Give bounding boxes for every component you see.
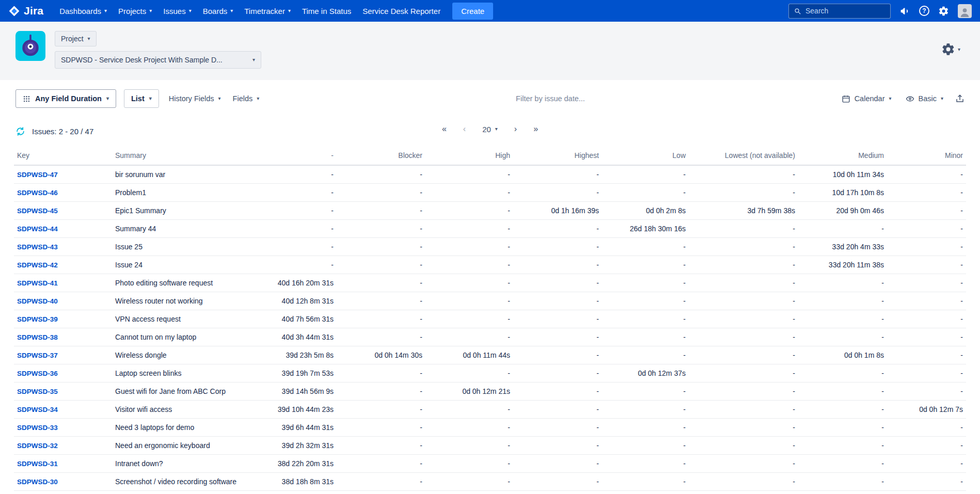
duration-cell: - xyxy=(337,383,425,401)
column-header-low[interactable]: Low xyxy=(602,146,689,165)
issue-key-link[interactable]: SDPWSD-47 xyxy=(17,171,58,179)
issue-key-link[interactable]: SDPWSD-38 xyxy=(17,333,58,341)
basic-view-button[interactable]: Basic ▾ xyxy=(904,94,946,103)
column-header-high[interactable]: High xyxy=(425,146,513,165)
issue-key-link[interactable]: SDPWSD-46 xyxy=(17,189,58,197)
duration-cell: - xyxy=(602,401,689,419)
project-settings-gear-button[interactable]: ▾ xyxy=(941,42,960,56)
history-fields-button[interactable]: History Fields ▾ xyxy=(167,94,223,103)
issue-summary: Need admin access to Marketing project xyxy=(112,491,267,494)
nav-item-dashboards[interactable]: Dashboards▾ xyxy=(54,0,113,22)
nav-item-issues[interactable]: Issues▾ xyxy=(157,0,197,22)
issue-summary: Problem1 xyxy=(112,184,267,202)
column-header-minor[interactable]: Minor xyxy=(887,146,966,165)
column-header-medium[interactable]: Medium xyxy=(798,146,887,165)
field-duration-button[interactable]: Any Field Duration ▾ xyxy=(15,89,116,108)
view-list-button[interactable]: List ▾ xyxy=(124,89,159,108)
duration-cell: - xyxy=(337,364,425,383)
duration-cell: - xyxy=(267,256,337,274)
prev-page-button[interactable]: ‹ xyxy=(463,124,466,134)
gear-icon[interactable] xyxy=(938,6,949,17)
issue-date-filter-input[interactable] xyxy=(269,94,831,103)
table-row: SDPWSD-32Need an ergonomic keyboard39d 2… xyxy=(14,437,966,455)
duration-cell: - xyxy=(602,383,689,401)
help-icon[interactable]: ? xyxy=(919,6,929,16)
issue-key-link[interactable]: SDPWSD-30 xyxy=(17,478,58,486)
duration-cell: - xyxy=(513,165,602,184)
duration-cell: 0d 1h 16m 39s xyxy=(513,202,602,220)
basic-view-label: Basic xyxy=(919,94,937,103)
duration-cell: - xyxy=(798,310,887,328)
duration-cell: - xyxy=(689,220,798,238)
create-button[interactable]: Create xyxy=(452,3,493,20)
duration-cell: - xyxy=(689,419,798,437)
column-header-lowest[interactable]: Lowest (not available) xyxy=(689,146,798,165)
page-size-select[interactable]: 20 ▾ xyxy=(482,125,498,134)
nav-item-label: Time in Status xyxy=(302,7,351,15)
table-row: SDPWSD-46Problem1------10d 17h 10m 8s- xyxy=(14,184,966,202)
scope-selector[interactable]: Project ▾ xyxy=(55,31,97,46)
issue-key-link[interactable]: SDPWSD-32 xyxy=(17,442,58,450)
duration-cell: - xyxy=(513,437,602,455)
duration-cell: - xyxy=(887,346,966,364)
project-avatar[interactable] xyxy=(15,31,45,69)
issue-key-link[interactable]: SDPWSD-42 xyxy=(17,261,58,269)
last-page-button[interactable]: » xyxy=(533,124,538,134)
refresh-icon[interactable] xyxy=(15,126,25,136)
nav-item-timetracker[interactable]: Timetracker▾ xyxy=(239,0,296,22)
duration-cell: - xyxy=(267,184,337,202)
user-avatar[interactable] xyxy=(958,4,972,18)
column-header-highest[interactable]: Highest xyxy=(513,146,602,165)
fields-button[interactable]: Fields ▾ xyxy=(231,94,262,103)
issue-summary: Issue 24 xyxy=(112,256,267,274)
duration-cell: - xyxy=(887,165,966,184)
duration-cell: - xyxy=(887,473,966,491)
nav-item-time-in-status[interactable]: Time in Status xyxy=(296,0,357,22)
column-header-blocker[interactable]: Blocker xyxy=(337,146,425,165)
nav-item-boards[interactable]: Boards▾ xyxy=(197,0,239,22)
table-row: SDPWSD-34Visitor wifi access39d 10h 44m … xyxy=(14,401,966,419)
column-header-key[interactable]: Key xyxy=(14,146,112,165)
first-page-button[interactable]: « xyxy=(442,124,447,134)
issue-key-link[interactable]: SDPWSD-44 xyxy=(17,225,58,233)
issue-key-link[interactable]: SDPWSD-36 xyxy=(17,370,58,377)
duration-cell: - xyxy=(602,328,689,346)
megaphone-icon[interactable] xyxy=(899,6,910,17)
search-input[interactable] xyxy=(805,7,886,15)
issue-key-link[interactable]: SDPWSD-45 xyxy=(17,207,58,215)
duration-cell: - xyxy=(337,473,425,491)
chevron-down-icon: ▾ xyxy=(288,8,291,13)
issue-key-link[interactable]: SDPWSD-34 xyxy=(17,406,58,413)
issue-key-link[interactable]: SDPWSD-43 xyxy=(17,243,58,251)
issue-key-link[interactable]: SDPWSD-41 xyxy=(17,279,58,287)
duration-cell: - xyxy=(798,292,887,310)
nav-item-service-desk-reporter[interactable]: Service Desk Reporter xyxy=(357,0,446,22)
duration-cell: - xyxy=(267,202,337,220)
duration-cell: - xyxy=(602,165,689,184)
duration-cell: - xyxy=(887,220,966,238)
export-button[interactable] xyxy=(955,94,965,103)
selected-project-label: SDPWSD - Service Desk Project With Sampl… xyxy=(61,56,223,64)
project-selector[interactable]: SDPWSD - Service Desk Project With Sampl… xyxy=(55,51,261,69)
duration-cell: 38d 13h 56m 31s xyxy=(267,491,337,494)
jira-logo[interactable]: Jira xyxy=(8,5,43,17)
top-nav: Jira Dashboards▾ Projects▾ Issues▾ Board… xyxy=(0,0,980,22)
calendar-button[interactable]: Calendar ▾ xyxy=(840,94,894,103)
column-header-summary[interactable]: Summary xyxy=(112,146,267,165)
next-page-button[interactable]: › xyxy=(514,124,517,134)
duration-cell: 0d 0h 12m 7s xyxy=(887,401,966,419)
issue-key-link[interactable]: SDPWSD-35 xyxy=(17,388,58,395)
issue-key-link[interactable]: SDPWSD-37 xyxy=(17,352,58,359)
issue-key-link[interactable]: SDPWSD-33 xyxy=(17,424,58,432)
issue-key-link[interactable]: SDPWSD-31 xyxy=(17,460,58,468)
issue-key-link[interactable]: SDPWSD-39 xyxy=(17,315,58,323)
duration-cell: - xyxy=(798,364,887,383)
duration-cell: - xyxy=(513,328,602,346)
chevron-down-icon: ▾ xyxy=(495,126,498,132)
duration-cell: 33d 20h 11m 38s xyxy=(798,256,887,274)
table-row: SDPWSD-43Issue 25------33d 20h 4m 33s- xyxy=(14,238,966,256)
nav-item-projects[interactable]: Projects▾ xyxy=(113,0,157,22)
column-header-none[interactable]: - xyxy=(267,146,337,165)
issue-key-link[interactable]: SDPWSD-40 xyxy=(17,297,58,305)
nav-search xyxy=(788,4,891,19)
